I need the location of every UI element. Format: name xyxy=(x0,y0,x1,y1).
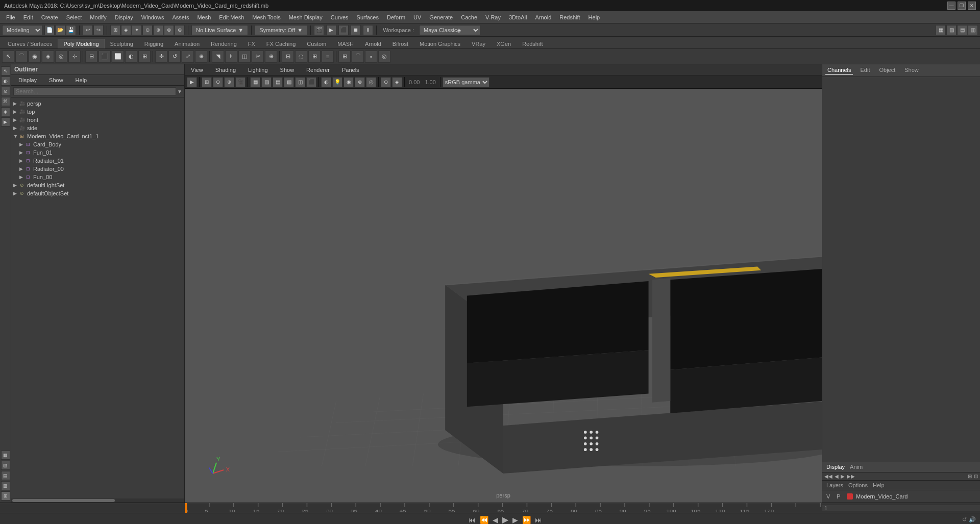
layout3-icon[interactable]: ▤ xyxy=(1,471,10,480)
panels-menu[interactable]: Panels xyxy=(338,66,363,74)
menu-item-arnold[interactable]: Arnold xyxy=(531,13,555,21)
tree-item-card-body[interactable]: ▶ ⊡ Card_Body xyxy=(11,140,184,148)
snap-surface-icon[interactable]: ◎ xyxy=(378,51,390,63)
layout4-icon[interactable]: ▨ xyxy=(1,481,10,490)
step-fwd-btn[interactable]: ▶ xyxy=(512,516,518,524)
tab-mash[interactable]: MASH xyxy=(332,39,359,48)
snap5-btn[interactable]: ⊕ xyxy=(153,25,163,35)
options-menu[interactable]: Options xyxy=(848,482,868,488)
tab-bifrost[interactable]: Bifrost xyxy=(387,39,414,48)
display-tab[interactable]: Display xyxy=(826,464,845,470)
tab-sculpting[interactable]: Sculpting xyxy=(105,39,139,48)
rp-settings-icon[interactable]: ⊡ xyxy=(974,473,978,479)
menu-item-edit-mesh[interactable]: Edit Mesh xyxy=(215,13,248,21)
soft-icon[interactable]: ◎ xyxy=(55,51,67,63)
menu-item-surfaces[interactable]: Surfaces xyxy=(353,13,383,21)
maximize-button[interactable]: ❐ xyxy=(958,2,966,10)
mode-dropdown[interactable]: Modeling Rigging Animation xyxy=(2,25,42,35)
layer-p-label[interactable]: P xyxy=(837,493,844,500)
tree-item-top[interactable]: ▶ 🎥 top xyxy=(11,108,184,116)
vp-layout3-icon[interactable]: ▨ xyxy=(284,77,294,87)
rp-last-icon[interactable]: ▶▶ xyxy=(847,473,855,479)
uv-icon[interactable]: ⊞ xyxy=(138,51,151,63)
menu-item-generate[interactable]: Generate xyxy=(425,13,457,21)
minimize-button[interactable]: — xyxy=(947,2,955,10)
search-input[interactable] xyxy=(13,87,176,95)
outliner-scrollbar[interactable] xyxy=(11,498,184,503)
render2-btn[interactable]: ⬛ xyxy=(338,25,349,35)
vp-display-icon[interactable]: ▦ xyxy=(250,77,260,87)
menu-item-uv[interactable]: UV xyxy=(409,13,425,21)
layout-btn1[interactable]: ▦ xyxy=(936,25,946,35)
sound-icon[interactable]: 🔊 xyxy=(969,516,976,523)
ipr-btn[interactable]: ▶ xyxy=(326,25,336,35)
shading-menu[interactable]: Shading xyxy=(211,66,240,74)
tab-curves-/-surfaces[interactable]: Curves / Surfaces xyxy=(2,39,58,48)
close-button[interactable]: ✕ xyxy=(968,2,976,10)
tab-arnold[interactable]: Arnold xyxy=(359,39,387,48)
menu-item-mesh[interactable]: Mesh xyxy=(193,13,215,21)
save-btn[interactable]: 💾 xyxy=(66,25,76,35)
layout-btn2[interactable]: ▧ xyxy=(946,25,957,35)
scroll-thumb[interactable] xyxy=(12,499,115,502)
retopo-icon[interactable]: ⊞ xyxy=(308,51,321,63)
vp-shading-icon[interactable]: ◐ xyxy=(321,77,331,87)
vp-xray-icon[interactable]: ◈ xyxy=(392,77,402,87)
tab-fx-caching[interactable]: FX Caching xyxy=(261,39,301,48)
outliner-help-menu[interactable]: Help xyxy=(71,76,91,84)
snap7-btn[interactable]: ⊛ xyxy=(175,25,185,35)
paint-tool-icon[interactable]: ◐ xyxy=(1,77,10,86)
no-live-surface[interactable]: No Live Surface ▼ xyxy=(191,25,248,35)
search-dropdown-icon[interactable]: ▼ xyxy=(177,89,182,94)
tree-item-rad01[interactable]: ▶ ⊡ Radiator_01 xyxy=(11,157,184,165)
wireframe-icon[interactable]: ⬜ xyxy=(112,51,124,63)
menu-item-mesh-tools[interactable]: Mesh Tools xyxy=(248,13,284,21)
viewport-canvas[interactable]: X Y persp xyxy=(185,89,822,503)
show-tab[interactable]: Show xyxy=(902,66,921,75)
tree-item-default-light[interactable]: ▶ ⊙ defaultLightSet xyxy=(11,181,184,189)
menu-item-curves[interactable]: Curves xyxy=(327,13,353,21)
rotate-icon[interactable]: ↺ xyxy=(168,51,181,63)
lighting-menu[interactable]: Lighting xyxy=(244,66,272,74)
vp-layout4-icon[interactable]: ◫ xyxy=(295,77,305,87)
menu-item-select[interactable]: Select xyxy=(62,13,86,21)
tab-rendering[interactable]: Rendering xyxy=(205,39,242,48)
menu-item-assets[interactable]: Assets xyxy=(168,13,193,21)
fill-icon[interactable]: ◫ xyxy=(238,51,251,63)
snap-point-icon[interactable]: • xyxy=(365,51,377,63)
new-btn[interactable]: 📄 xyxy=(44,25,55,35)
tab-fx[interactable]: FX xyxy=(242,39,261,48)
tab-animation[interactable]: Animation xyxy=(169,39,205,48)
timeline-ruler[interactable]: 1 5 10 15 20 25 30 35 40 45 50 55 60 65 … xyxy=(185,503,822,513)
layer-v-label[interactable]: V xyxy=(826,493,834,500)
help-menu-layers[interactable]: Help xyxy=(873,482,885,488)
show-menu[interactable]: Show xyxy=(276,66,299,74)
rp-expand-icon[interactable]: ⊞ xyxy=(968,473,972,479)
snap4-btn[interactable]: ⊙ xyxy=(142,25,153,35)
menu-item-windows[interactable]: Windows xyxy=(137,13,168,21)
snap-tool-icon[interactable]: ◈ xyxy=(1,107,10,116)
rp-next-icon[interactable]: ▶ xyxy=(841,473,845,479)
tree-item-fun01[interactable]: ▶ ⊡ Fun_01 xyxy=(11,148,184,157)
snap-curve-icon[interactable]: ⌒ xyxy=(352,51,364,63)
vp-isolate-icon[interactable]: ⊙ xyxy=(381,77,391,87)
menu-item-edit[interactable]: Edit xyxy=(19,13,37,21)
rp-prev-icon[interactable]: ◀ xyxy=(835,473,839,479)
tab-redshift[interactable]: Redshift xyxy=(517,39,548,48)
tab-xgen[interactable]: XGen xyxy=(491,39,517,48)
pause-btn[interactable]: ⏸ xyxy=(363,25,373,35)
mirror-icon[interactable]: ⊟ xyxy=(282,51,294,63)
deform-tool-icon[interactable]: ⌘ xyxy=(1,97,10,106)
lasso-icon[interactable]: ⌒ xyxy=(15,51,28,63)
scale-icon[interactable]: ⤢ xyxy=(182,51,194,63)
edit-tab[interactable]: Edit xyxy=(858,66,872,75)
menu-item-modify[interactable]: Modify xyxy=(86,13,110,21)
vp-layout2-icon[interactable]: ▤ xyxy=(273,77,283,87)
layout5-icon[interactable]: ⊞ xyxy=(1,491,10,501)
go-end-btn[interactable]: ⏭ xyxy=(535,516,542,524)
play-forward-btn[interactable]: ▶ xyxy=(502,515,508,524)
channels-tab[interactable]: Channels xyxy=(825,66,853,75)
object-tab[interactable]: Object xyxy=(877,66,897,75)
outliner-display-menu[interactable]: Display xyxy=(14,76,41,84)
tree-item-persp[interactable]: ▶ 🎥 persp xyxy=(11,99,184,108)
